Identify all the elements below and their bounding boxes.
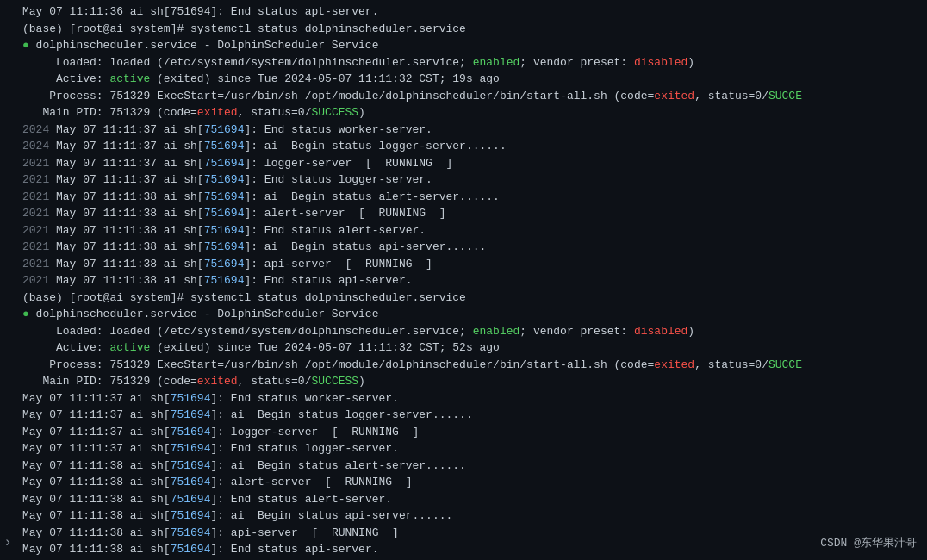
terminal-line: Active: active (exited) since Tue 2024-0… [22, 339, 922, 357]
terminal-line: ● dolphinscheduler.service - DolphinSche… [22, 37, 922, 54]
terminal-line: Active: active (exited) since Tue 2024-0… [22, 71, 922, 88]
terminal-line: (base) [root@ai system]# systemctl statu… [22, 21, 922, 38]
terminal-content: May 07 11:11:36 ai sh[751694]: End statu… [22, 3, 922, 560]
terminal-line: May 07 11:11:38 ai sh[751694]: ai Begin … [22, 507, 922, 525]
terminal-line: May 07 11:11:38 ai sh[751694]: alert-ser… [22, 474, 922, 491]
terminal-line: May 07 11:11:38 ai sh[751694]: End statu… [22, 491, 922, 508]
terminal-line: 2021 May 07 11:11:38 ai sh[751694]: api-… [22, 256, 922, 273]
terminal-line: 2024 May 07 11:11:37 ai sh[751694]: ai B… [22, 138, 922, 155]
terminal-line: Process: 751329 ExecStart=/usr/bin/sh /o… [22, 357, 922, 374]
terminal-line: 2021 May 07 11:11:38 ai sh[751694]: aler… [22, 205, 922, 222]
terminal-line: May 07 11:11:36 ai sh[751694]: End statu… [22, 3, 922, 21]
terminal-line: May 07 11:11:37 ai sh[751694]: End statu… [22, 390, 922, 408]
terminal-line: May 07 11:11:37 ai sh[751694]: logger-se… [22, 424, 922, 441]
terminal-line: Process: 751329 ExecStart=/usr/bin/sh /o… [22, 88, 922, 105]
scroll-arrow-icon[interactable]: › [3, 532, 12, 553]
terminal-line: May 07 11:11:37 ai sh[751694]: ai Begin … [22, 407, 922, 424]
terminal-line: May 07 11:11:37 ai sh[751694]: End statu… [22, 440, 922, 457]
terminal-line: May 07 11:11:38 ai sh[751694]: api-serve… [22, 525, 922, 542]
watermark: CSDN @东华果汁哥 [820, 535, 917, 552]
terminal-line: Loaded: loaded (/etc/systemd/system/dolp… [22, 323, 922, 340]
terminal-line: May 07 11:11:38 ai sh[751694]: ai Begin … [22, 457, 922, 475]
terminal-line: ● dolphinscheduler.service - DolphinSche… [22, 306, 922, 323]
terminal-line: (base) [root@ai system]# systemctl statu… [22, 289, 922, 307]
terminal: › May 07 11:11:36 ai sh[751694]: End sta… [0, 0, 927, 560]
terminal-line: 2021 May 07 11:11:38 ai sh[751694]: ai B… [22, 189, 922, 206]
terminal-line: May 07 11:11:38 ai sh[751694]: End statu… [22, 541, 922, 558]
terminal-line: 2021 May 07 11:11:37 ai sh[751694]: End … [22, 171, 922, 189]
terminal-line: 2021 May 07 11:11:38 ai sh[751694]: End … [22, 272, 922, 289]
terminal-line: Main PID: 751329 (code=exited, status=0/… [22, 104, 922, 121]
terminal-line: 2021 May 07 11:11:38 ai sh[751694]: End … [22, 222, 922, 240]
terminal-line: Main PID: 751329 (code=exited, status=0/… [22, 373, 922, 390]
terminal-line: 2021 May 07 11:11:38 ai sh[751694]: ai B… [22, 239, 922, 256]
terminal-line: 2021 May 07 11:11:37 ai sh[751694]: logg… [22, 155, 922, 172]
terminal-line: Loaded: loaded (/etc/systemd/system/dolp… [22, 54, 922, 72]
terminal-line: 2024 May 07 11:11:37 ai sh[751694]: End … [22, 121, 922, 139]
